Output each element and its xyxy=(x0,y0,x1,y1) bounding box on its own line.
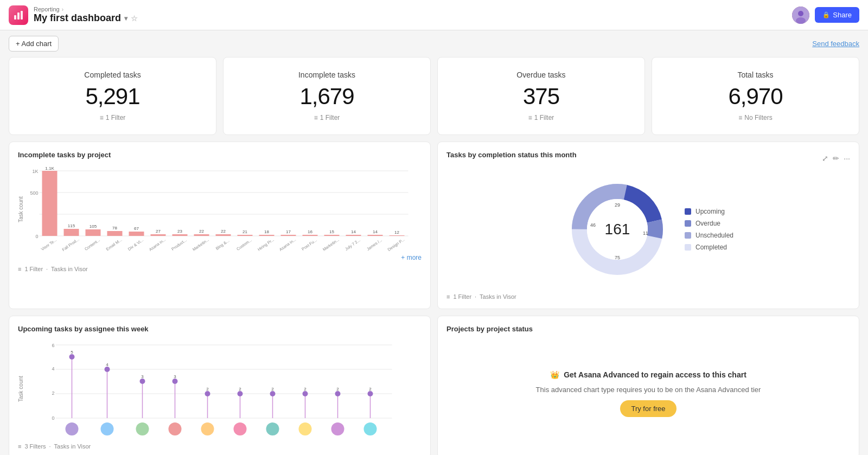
breadcrumb-text[interactable]: Reporting xyxy=(34,6,60,12)
bar-15 xyxy=(346,235,361,236)
footer-filter-2: 1 Filter xyxy=(453,293,471,300)
chart-footer-status: ≡ 1 Filter · Tasks in Visor xyxy=(446,293,850,300)
svg-point-4 xyxy=(798,11,803,16)
share-button[interactable]: 🔒 Share xyxy=(815,7,859,23)
svg-text:Div & Vi...: Div & Vi... xyxy=(127,238,144,252)
svg-text:18: 18 xyxy=(264,229,269,234)
donut-center-value: 161 xyxy=(605,221,630,238)
stat-filter-3: ≡ No Filters xyxy=(661,114,850,121)
svg-rect-2 xyxy=(21,11,23,20)
scatter-svg: 6 4 2 0 5 4 xyxy=(26,339,422,437)
avatar-3 xyxy=(136,422,149,435)
bar-chart-svg: 1K 500 0 1.1K 115 105 xyxy=(26,165,422,252)
share-label: Share xyxy=(833,11,852,19)
chevron-down-icon[interactable]: ▾ xyxy=(124,15,127,22)
svg-text:500: 500 xyxy=(30,190,38,196)
legend-upcoming: Upcoming xyxy=(685,208,733,215)
bar-16 xyxy=(368,235,383,236)
svg-text:22: 22 xyxy=(199,229,204,234)
legend-unscheduled: Unscheduled xyxy=(685,232,733,239)
chart-footer-upcoming: ≡ 3 Filters · Tasks in Visor xyxy=(18,443,422,450)
point-1 xyxy=(69,354,75,360)
point-3 xyxy=(140,379,145,384)
svg-text:4: 4 xyxy=(52,366,54,371)
bottom-row: Upcoming tasks by assignee this week Tas… xyxy=(9,316,859,455)
stat-card-0: Completed tasks 5,291 ≡ 1 Filter xyxy=(9,57,216,135)
footer-source: Tasks in Visor xyxy=(51,266,88,272)
svg-point-5 xyxy=(796,17,806,24)
add-chart-label: + Add chart xyxy=(16,40,52,48)
stat-value-0: 5,291 xyxy=(18,84,207,110)
point-4 xyxy=(173,379,178,384)
feedback-link[interactable]: Send feedback xyxy=(812,40,859,48)
stat-title-2: Overdue tasks xyxy=(446,71,636,79)
filter-icon-3: ≡ xyxy=(18,443,21,450)
svg-text:Design P...: Design P... xyxy=(387,237,405,252)
y-axis-label: Task count xyxy=(18,165,24,254)
scatter-with-axis: Task count 6 4 2 0 xyxy=(18,339,422,439)
expand-button[interactable]: ⤢ xyxy=(822,154,828,163)
stat-card-2: Overdue tasks 375 ≡ 1 Filter xyxy=(437,57,645,135)
svg-text:27: 27 xyxy=(156,229,161,234)
avatar-2 xyxy=(101,422,114,435)
filter-icon: ≡ xyxy=(18,266,21,272)
header-right: 🔒 Share xyxy=(792,7,859,24)
stat-filter-2: ≡ 1 Filter xyxy=(446,114,636,121)
stat-value-2: 375 xyxy=(446,84,636,110)
svg-text:2: 2 xyxy=(304,387,307,392)
try-free-button[interactable]: Try for free xyxy=(620,400,676,417)
svg-text:11: 11 xyxy=(643,230,648,236)
point-6 xyxy=(238,391,243,396)
bar-4 xyxy=(107,231,123,236)
edit-button[interactable]: ✏ xyxy=(833,154,839,163)
footer-source-3: Tasks in Visor xyxy=(54,443,91,450)
svg-text:3: 3 xyxy=(174,374,176,379)
breadcrumb: Reporting › xyxy=(34,6,138,12)
bar-10 xyxy=(238,235,253,236)
crown-icon: 👑 xyxy=(550,370,559,379)
svg-text:4: 4 xyxy=(106,362,108,367)
svg-text:75: 75 xyxy=(615,255,620,260)
legend-upcoming-label: Upcoming xyxy=(695,208,725,215)
svg-text:2: 2 xyxy=(369,387,372,392)
dashboard-title: My first dashboard ▾ ☆ xyxy=(34,12,138,24)
more-link[interactable]: + more xyxy=(18,254,422,261)
avatar-8 xyxy=(299,422,312,435)
svg-text:17: 17 xyxy=(286,229,291,234)
svg-rect-1 xyxy=(17,12,20,20)
filter-icon-stat-0: ≡ xyxy=(100,114,104,121)
svg-text:Custom...: Custom... xyxy=(235,238,252,252)
point-8 xyxy=(303,391,308,396)
svg-text:67: 67 xyxy=(134,226,139,231)
breadcrumb-section: Reporting › My first dashboard ▾ ☆ xyxy=(34,6,138,24)
svg-text:Product...: Product... xyxy=(170,238,187,252)
stats-row: Completed tasks 5,291 ≡ 1 Filter Incompl… xyxy=(9,57,859,135)
bar-11 xyxy=(259,235,275,236)
svg-text:14: 14 xyxy=(351,229,356,234)
star-icon[interactable]: ☆ xyxy=(131,14,138,23)
avatar-5 xyxy=(201,422,214,435)
bar-chart-inner: 1K 500 0 1.1K 115 105 xyxy=(26,165,422,254)
avatar xyxy=(792,7,809,24)
svg-text:16: 16 xyxy=(308,229,312,234)
svg-text:23: 23 xyxy=(177,229,182,234)
point-7 xyxy=(270,391,276,396)
bar-1 xyxy=(42,171,58,236)
locked-section: 👑 Get Asana Advanced to regain access to… xyxy=(446,339,850,448)
stat-title-3: Total tasks xyxy=(661,71,850,79)
breadcrumb-arrow-icon: › xyxy=(62,7,63,12)
more-button[interactable]: ··· xyxy=(844,154,850,163)
svg-text:14: 14 xyxy=(373,229,378,234)
bar-8 xyxy=(194,234,209,236)
stat-title-0: Completed tasks xyxy=(18,71,207,79)
legend-overdue-label: Overdue xyxy=(695,220,720,227)
footer-source-2: Tasks in Visor xyxy=(480,293,516,300)
footer-filter: 1 Filter xyxy=(24,266,43,272)
stat-filter-1: ≡ 1 Filter xyxy=(232,114,422,121)
y-axis-label-upcoming: Task count xyxy=(18,339,24,439)
stat-filter-text-3: No Filters xyxy=(744,114,772,121)
stat-filter-text-0: 1 Filter xyxy=(106,114,126,121)
stat-value-3: 6,970 xyxy=(661,84,850,110)
add-chart-button[interactable]: + Add chart xyxy=(9,36,59,52)
svg-text:Email M...: Email M... xyxy=(105,238,123,252)
